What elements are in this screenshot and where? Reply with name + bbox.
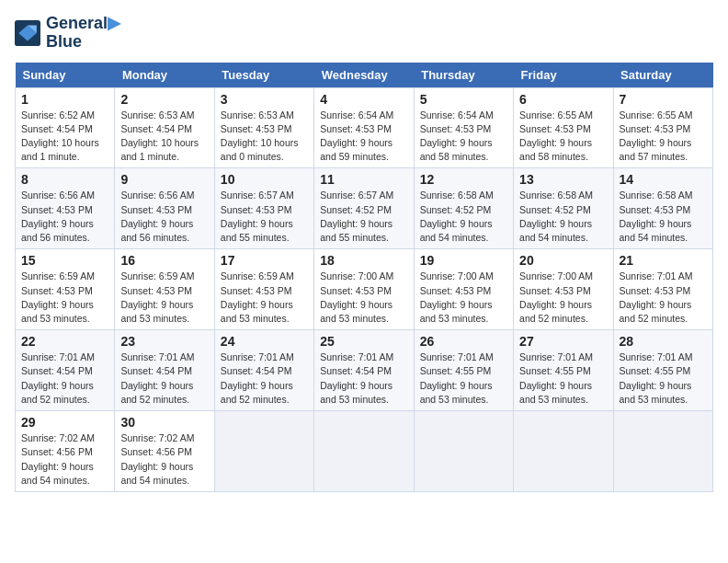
calendar-cell: 4Sunrise: 6:54 AMSunset: 4:53 PMDaylight… [314, 87, 414, 168]
calendar-cell: 22Sunrise: 7:01 AMSunset: 4:54 PMDayligh… [16, 330, 115, 411]
calendar-cell [414, 411, 513, 492]
day-number: 5 [420, 92, 507, 107]
calendar-cell: 7Sunrise: 6:55 AMSunset: 4:53 PMDaylight… [613, 87, 712, 168]
day-info: Sunrise: 7:01 AMSunset: 4:55 PMDaylight:… [620, 350, 707, 407]
calendar-cell: 3Sunrise: 6:53 AMSunset: 4:53 PMDaylight… [214, 87, 313, 168]
calendar-cell: 26Sunrise: 7:01 AMSunset: 4:55 PMDayligh… [414, 330, 513, 411]
calendar-cell: 25Sunrise: 7:01 AMSunset: 4:54 PMDayligh… [314, 330, 414, 411]
day-info: Sunrise: 6:55 AMSunset: 4:53 PMDaylight:… [519, 109, 607, 165]
calendar-cell: 5Sunrise: 6:54 AMSunset: 4:53 PMDaylight… [414, 87, 513, 168]
day-info: Sunrise: 7:00 AMSunset: 4:53 PMDaylight:… [420, 270, 507, 326]
day-number: 2 [120, 92, 208, 107]
day-number: 27 [519, 334, 607, 349]
calendar-cell: 10Sunrise: 6:57 AMSunset: 4:53 PMDayligh… [214, 168, 313, 249]
day-number: 1 [21, 92, 108, 107]
calendar-header-tuesday: Tuesday [214, 63, 313, 88]
day-number: 19 [420, 253, 507, 268]
logo-text: General▶ Blue [46, 15, 120, 52]
calendar-cell: 16Sunrise: 6:59 AMSunset: 4:53 PMDayligh… [115, 249, 214, 330]
day-number: 18 [320, 253, 407, 268]
calendar-week-row: 29Sunrise: 7:02 AMSunset: 4:56 PMDayligh… [16, 411, 713, 492]
day-info: Sunrise: 7:00 AMSunset: 4:53 PMDaylight:… [519, 270, 607, 326]
day-info: Sunrise: 7:01 AMSunset: 4:55 PMDaylight:… [519, 350, 607, 407]
calendar-cell: 2Sunrise: 6:53 AMSunset: 4:54 PMDaylight… [115, 87, 214, 168]
calendar-cell: 29Sunrise: 7:02 AMSunset: 4:56 PMDayligh… [16, 411, 115, 492]
calendar-cell [314, 411, 414, 492]
day-number: 21 [620, 253, 707, 268]
calendar-header-monday: Monday [115, 63, 214, 88]
logo: General▶ Blue [15, 15, 120, 52]
day-number: 11 [320, 172, 407, 187]
calendar-cell: 28Sunrise: 7:01 AMSunset: 4:55 PMDayligh… [613, 330, 712, 411]
calendar-header-saturday: Saturday [613, 63, 712, 88]
calendar-body: 1Sunrise: 6:52 AMSunset: 4:54 PMDaylight… [16, 87, 713, 491]
day-number: 14 [620, 172, 707, 187]
calendar-table: SundayMondayTuesdayWednesdayThursdayFrid… [15, 63, 713, 492]
day-info: Sunrise: 6:53 AMSunset: 4:54 PMDaylight:… [120, 109, 208, 165]
day-number: 13 [519, 172, 607, 187]
day-number: 25 [320, 334, 407, 349]
calendar-cell: 6Sunrise: 6:55 AMSunset: 4:53 PMDaylight… [514, 87, 613, 168]
calendar-cell: 20Sunrise: 7:00 AMSunset: 4:53 PMDayligh… [514, 249, 613, 330]
calendar-cell: 18Sunrise: 7:00 AMSunset: 4:53 PMDayligh… [314, 249, 414, 330]
day-number: 8 [21, 172, 108, 187]
day-number: 16 [120, 253, 208, 268]
day-info: Sunrise: 6:58 AMSunset: 4:52 PMDaylight:… [420, 189, 507, 245]
calendar-week-row: 1Sunrise: 6:52 AMSunset: 4:54 PMDaylight… [16, 87, 713, 168]
calendar-cell: 11Sunrise: 6:57 AMSunset: 4:52 PMDayligh… [314, 168, 414, 249]
calendar-cell: 23Sunrise: 7:01 AMSunset: 4:54 PMDayligh… [115, 330, 214, 411]
day-info: Sunrise: 7:00 AMSunset: 4:53 PMDaylight:… [320, 270, 407, 326]
calendar-cell: 12Sunrise: 6:58 AMSunset: 4:52 PMDayligh… [414, 168, 513, 249]
day-info: Sunrise: 7:01 AMSunset: 4:54 PMDaylight:… [120, 350, 208, 407]
calendar-header-thursday: Thursday [414, 63, 513, 88]
day-number: 10 [221, 172, 308, 187]
day-info: Sunrise: 6:59 AMSunset: 4:53 PMDaylight:… [21, 270, 108, 326]
day-info: Sunrise: 7:01 AMSunset: 4:55 PMDaylight:… [420, 350, 507, 407]
calendar-header-wednesday: Wednesday [314, 63, 414, 88]
day-info: Sunrise: 6:58 AMSunset: 4:52 PMDaylight:… [519, 189, 607, 245]
calendar-cell: 24Sunrise: 7:01 AMSunset: 4:54 PMDayligh… [214, 330, 313, 411]
day-info: Sunrise: 6:54 AMSunset: 4:53 PMDaylight:… [320, 109, 407, 165]
calendar-week-row: 15Sunrise: 6:59 AMSunset: 4:53 PMDayligh… [16, 249, 713, 330]
day-info: Sunrise: 6:59 AMSunset: 4:53 PMDaylight:… [120, 270, 208, 326]
day-number: 6 [519, 92, 607, 107]
calendar-cell: 15Sunrise: 6:59 AMSunset: 4:53 PMDayligh… [16, 249, 115, 330]
page-header: General▶ Blue [15, 15, 713, 52]
calendar-cell: 14Sunrise: 6:58 AMSunset: 4:53 PMDayligh… [613, 168, 712, 249]
day-info: Sunrise: 6:58 AMSunset: 4:53 PMDaylight:… [620, 189, 707, 245]
calendar-cell: 13Sunrise: 6:58 AMSunset: 4:52 PMDayligh… [514, 168, 613, 249]
day-info: Sunrise: 7:01 AMSunset: 4:54 PMDaylight:… [221, 350, 308, 407]
day-info: Sunrise: 6:57 AMSunset: 4:53 PMDaylight:… [221, 189, 308, 245]
day-info: Sunrise: 7:02 AMSunset: 4:56 PMDaylight:… [120, 431, 208, 488]
calendar-cell: 1Sunrise: 6:52 AMSunset: 4:54 PMDaylight… [16, 87, 115, 168]
day-info: Sunrise: 6:55 AMSunset: 4:53 PMDaylight:… [620, 109, 707, 165]
day-info: Sunrise: 6:54 AMSunset: 4:53 PMDaylight:… [420, 109, 507, 165]
calendar-cell [214, 411, 313, 492]
day-info: Sunrise: 6:56 AMSunset: 4:53 PMDaylight:… [120, 189, 208, 245]
day-number: 9 [120, 172, 208, 187]
day-info: Sunrise: 7:01 AMSunset: 4:54 PMDaylight:… [21, 350, 108, 407]
day-info: Sunrise: 6:59 AMSunset: 4:53 PMDaylight:… [221, 270, 308, 326]
day-number: 20 [519, 253, 607, 268]
calendar-cell: 17Sunrise: 6:59 AMSunset: 4:53 PMDayligh… [214, 249, 313, 330]
day-info: Sunrise: 7:02 AMSunset: 4:56 PMDaylight:… [21, 431, 108, 488]
calendar-week-row: 22Sunrise: 7:01 AMSunset: 4:54 PMDayligh… [16, 330, 713, 411]
day-info: Sunrise: 6:53 AMSunset: 4:53 PMDaylight:… [221, 109, 308, 165]
calendar-cell: 27Sunrise: 7:01 AMSunset: 4:55 PMDayligh… [514, 330, 613, 411]
day-number: 24 [221, 334, 308, 349]
day-number: 23 [120, 334, 208, 349]
day-info: Sunrise: 6:57 AMSunset: 4:52 PMDaylight:… [320, 189, 407, 245]
day-number: 28 [620, 334, 707, 349]
calendar-cell: 9Sunrise: 6:56 AMSunset: 4:53 PMDaylight… [115, 168, 214, 249]
day-info: Sunrise: 6:56 AMSunset: 4:53 PMDaylight:… [21, 189, 108, 245]
day-number: 12 [420, 172, 507, 187]
calendar-week-row: 8Sunrise: 6:56 AMSunset: 4:53 PMDaylight… [16, 168, 713, 249]
day-number: 22 [21, 334, 108, 349]
day-number: 26 [420, 334, 507, 349]
calendar-header-row: SundayMondayTuesdayWednesdayThursdayFrid… [16, 63, 713, 88]
day-info: Sunrise: 7:01 AMSunset: 4:54 PMDaylight:… [320, 350, 407, 407]
day-number: 15 [21, 253, 108, 268]
calendar-cell: 8Sunrise: 6:56 AMSunset: 4:53 PMDaylight… [16, 168, 115, 249]
calendar-cell: 21Sunrise: 7:01 AMSunset: 4:53 PMDayligh… [613, 249, 712, 330]
day-number: 4 [320, 92, 407, 107]
